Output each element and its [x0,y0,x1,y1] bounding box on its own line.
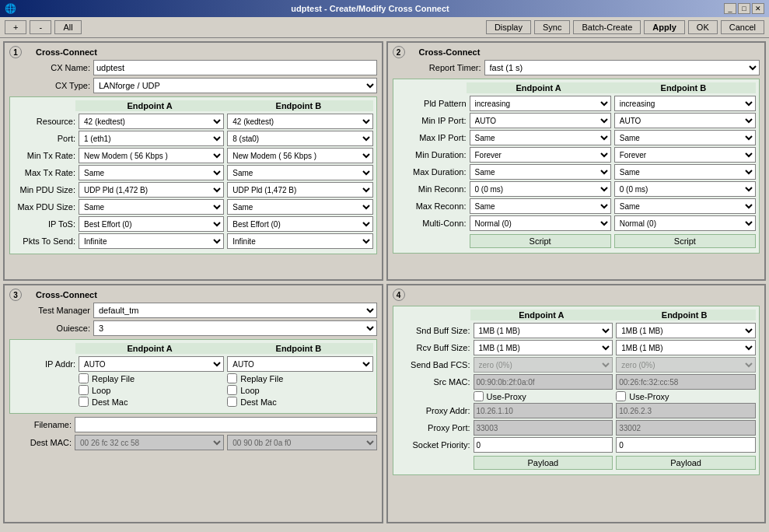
max-tx-b-select[interactable]: Same [227,165,372,180]
snd-buff-a-select[interactable]: 1MB (1 MB) [474,323,613,338]
loop-b-checkbox[interactable] [227,385,237,395]
pkts-b-select[interactable]: Infinite [227,233,372,249]
port-a-select[interactable]: 1 (eth1) [79,131,224,146]
resource-b-select[interactable]: 42 (kedtest) [227,114,372,129]
min-pdu-b-select[interactable]: UDP Pld (1,472 B) [227,182,372,198]
ip-tos-a-select[interactable]: Best Effort (0) [79,216,224,232]
add-button[interactable]: + [5,20,26,34]
panel-4-endpoint-grid: Endpoint A Endpoint B Snd Buff Size: 1MB… [393,306,760,475]
panel-2-endpoint-grid: Endpoint A Endpoint B Pld Pattern increa… [393,79,760,254]
cancel-button[interactable]: Cancel [721,20,764,34]
remove-button[interactable]: - [30,20,51,34]
replay-file-a-checkbox[interactable] [79,373,89,383]
socket-priority-label: Socket Priority: [397,440,470,450]
dest-mac-a-checkbox[interactable] [79,397,89,407]
test-manager-select[interactable]: default_tm [93,303,377,318]
replay-file-b-checkbox[interactable] [227,373,237,383]
max-reconn-label: Max Reconn: [397,201,467,211]
payload-a-button[interactable]: Payload [474,456,613,470]
dest-mac-b-select[interactable]: 00 90 0b 2f 0a f0 [227,435,376,450]
max-ip-label: Max IP Port: [397,133,467,142]
quiesce-select[interactable]: 3 [93,320,377,336]
snd-buff-b-select[interactable]: 1MB (1 MB) [616,323,756,338]
max-tx-a-select[interactable]: Same [79,165,224,180]
rcv-buff-a-select[interactable]: 1MB (1 MB) [474,340,613,355]
filename-input[interactable] [75,417,377,432]
proxy-port-b-input[interactable] [616,420,756,436]
minimize-button[interactable]: _ [724,3,736,14]
use-proxy-b-checkbox[interactable] [616,391,626,401]
max-pdu-a-select[interactable]: Same [79,199,224,215]
main-content: 1 Cross-Connect CX Name: CX Type: LANfor… [0,38,769,527]
multi-conn-b-select[interactable]: Normal (0) [614,215,756,231]
max-pdu-b-select[interactable]: Same [227,199,372,215]
close-button[interactable]: ✕ [752,3,764,14]
max-ip-a-select[interactable]: Same [470,130,611,145]
min-pdu-a-select[interactable]: UDP Pld (1,472 B) [79,182,224,198]
proxy-port-a-input[interactable] [474,420,613,436]
max-dur-b-select[interactable]: Same [614,164,756,180]
use-proxy-a-label: Use-Proxy [487,392,526,401]
max-ip-b-select[interactable]: Same [614,130,756,145]
dest-mac-b-checkbox[interactable] [227,397,237,407]
multi-conn-a-select[interactable]: Normal (0) [470,215,611,231]
panel-1-endpoint-grid: Endpoint A Endpoint B Resource: 42 (kedt… [9,96,377,254]
min-reconn-b-select[interactable]: 0 (0 ms) [614,181,756,197]
p3-ep-b-title: Endpoint B [224,343,372,354]
report-timer-select[interactable]: fast (1 s) [484,60,760,75]
maximize-button[interactable]: □ [738,3,750,14]
min-ip-a-select[interactable]: AUTO [470,113,611,128]
pld-a-select[interactable]: increasing [470,96,611,111]
socket-priority-b-input[interactable] [616,437,756,453]
dest-mac-a-label: Dest Mac [92,397,128,407]
proxy-addr-label: Proxy Addr: [397,406,470,415]
cx-name-input[interactable] [93,60,377,75]
min-dur-b-select[interactable]: Forever [614,147,756,163]
rcv-buff-label: Rcv Buff Size: [397,343,470,352]
min-reconn-label: Min Reconn: [397,184,467,194]
pkts-a-select[interactable]: Infinite [79,233,224,249]
min-tx-b-select[interactable]: New Modem ( 56 Kbps ) [227,148,372,163]
min-reconn-a-select[interactable]: 0 (0 ms) [470,181,611,197]
ip-tos-label: IP ToS: [13,219,75,229]
min-dur-a-select[interactable]: Forever [470,147,611,163]
socket-priority-a-input[interactable] [474,437,613,453]
port-b-select[interactable]: 8 (sta0) [227,131,372,146]
min-ip-b-select[interactable]: AUTO [614,113,756,128]
ok-button[interactable]: OK [688,20,718,34]
display-button[interactable]: Display [486,20,531,34]
panel-4-number: 4 [393,289,405,301]
min-tx-a-select[interactable]: New Modem ( 56 Kbps ) [79,148,224,163]
all-button[interactable]: All [54,20,81,34]
script-a-button[interactable]: Script [470,234,611,248]
cx-type-select[interactable]: LANforge / UDP [93,78,377,93]
resource-a-select[interactable]: 42 (kedtest) [79,114,224,129]
cx-name-label: CX Name: [28,63,90,72]
script-b-button[interactable]: Script [614,234,756,248]
max-reconn-b-select[interactable]: Same [614,198,756,214]
ep-a-title: Endpoint A [75,100,224,111]
batch-create-button[interactable]: Batch-Create [573,20,641,34]
payload-b-button[interactable]: Payload [616,456,756,470]
use-proxy-a-checkbox[interactable] [474,391,484,401]
dest-mac-a-select[interactable]: 00 26 fc 32 cc 58 [75,435,224,450]
send-bad-a-select[interactable]: zero (0%) [474,357,613,373]
min-dur-label: Min Duration: [397,150,467,159]
max-dur-a-select[interactable]: Same [470,164,611,180]
p4-ep-a-title: Endpoint A [470,310,613,320]
ip-addr-a-select[interactable]: AUTO [79,356,224,372]
proxy-addr-b-input[interactable] [616,403,756,418]
dest-mac-row-label: Dest MAC: [9,438,72,447]
sync-button[interactable]: Sync [534,20,570,34]
proxy-addr-a-input[interactable] [474,403,613,418]
apply-button[interactable]: Apply [644,20,685,34]
ip-addr-b-select[interactable]: AUTO [227,356,372,372]
replay-file-b-label: Replay File [240,374,283,383]
src-mac-b-input [616,374,756,390]
ip-tos-b-select[interactable]: Best Effort (0) [227,216,372,232]
loop-a-checkbox[interactable] [79,385,89,395]
pld-b-select[interactable]: increasing [614,96,756,111]
rcv-buff-b-select[interactable]: 1MB (1 MB) [616,340,756,355]
max-reconn-a-select[interactable]: Same [470,198,611,214]
send-bad-b-select[interactable]: zero (0%) [616,357,756,373]
